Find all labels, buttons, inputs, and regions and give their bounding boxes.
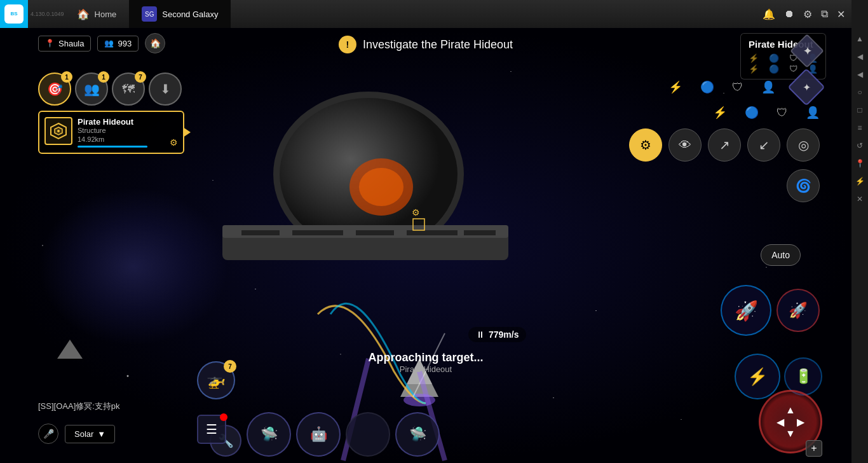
- eye-action-button[interactable]: 👁: [668, 128, 702, 162]
- location-badge[interactable]: 📍 Shaula: [38, 36, 91, 52]
- bottom-action-3[interactable]: [346, 412, 390, 457]
- home-button[interactable]: 🏠: [145, 33, 165, 53]
- sidebar-icon-2[interactable]: ◀: [857, 50, 863, 64]
- right-icon-row-2: ⚡ 🔵 🛡 👤: [713, 106, 820, 120]
- svg-point-19: [57, 130, 60, 132]
- qa-crew-badge: 1: [98, 71, 109, 83]
- location-icon: 📍: [45, 39, 55, 48]
- main-menu-button[interactable]: ☰: [197, 415, 226, 444]
- target-arrow: [183, 127, 191, 137]
- chat-message: [SS][OAA]修冥:支持pk: [38, 401, 120, 412]
- diamond-nav-icon[interactable]: ✦: [787, 68, 825, 106]
- shield-icon: 🛡: [732, 81, 743, 94]
- notification-icon[interactable]: 🔔: [763, 8, 775, 20]
- expand-action-button[interactable]: ↗: [708, 128, 741, 162]
- settings-action-button[interactable]: ⚙: [629, 128, 662, 162]
- menu-button-area: ☰: [197, 415, 226, 444]
- diamond-control-icon[interactable]: ✦: [790, 34, 824, 68]
- window-resize-icon[interactable]: ⧉: [821, 8, 828, 20]
- tab-home[interactable]: 🏠 Home: [64, 0, 130, 28]
- target-settings-icon[interactable]: ⚙: [170, 137, 178, 148]
- menu-icon: ☰: [206, 422, 217, 437]
- radar-button[interactable]: 🌀: [787, 169, 820, 202]
- bottom-action-1[interactable]: 🛸: [247, 412, 291, 457]
- sidebar-icon-7[interactable]: ↺: [857, 139, 863, 153]
- settings-icon[interactable]: ⚙: [803, 8, 812, 20]
- panel-icon-6: 🔵: [769, 64, 779, 74]
- home-tab-icon: 🏠: [77, 8, 90, 20]
- sidebar-icon-6[interactable]: ≡: [857, 121, 862, 135]
- compress-action-button[interactable]: ↙: [747, 128, 780, 162]
- qa-target-button[interactable]: 🎯 1: [38, 73, 71, 106]
- chat-area: [SS][OAA]修冥:支持pk: [38, 401, 120, 412]
- ship-slot-1[interactable]: 🚀: [721, 285, 771, 336]
- menu-notification-dot: [220, 413, 227, 421]
- drone-icon: 🚁: [207, 371, 226, 389]
- microphone-button[interactable]: 🎤: [38, 424, 58, 444]
- drone-button[interactable]: 🚁 7: [197, 361, 235, 399]
- arrow-right: ▶: [797, 416, 804, 428]
- weapon-1-icon: ⚡: [747, 367, 768, 387]
- record-icon[interactable]: ⏺: [784, 8, 794, 20]
- bluetooth-icon-2: 🔵: [745, 106, 759, 120]
- radar-icon[interactable]: 🌀: [787, 169, 820, 202]
- top-hud: 📍 Shaula 👥 993 🏠: [38, 33, 165, 53]
- target-action-button[interactable]: ◎: [787, 128, 820, 162]
- panel-icon-2: 🔵: [769, 53, 779, 63]
- tab-home-label: Home: [95, 10, 117, 19]
- ship-slots-row: 🚀 🚀: [721, 285, 820, 336]
- bottom-action-bar: 🔧 🛸 🤖 🛸: [210, 412, 440, 457]
- titlebar: BS 4.130.0.1049 🏠 Home SG Second Galaxy …: [0, 0, 851, 28]
- sidebar-icon-5[interactable]: □: [857, 103, 862, 117]
- mission-text: Investigate the Pirate Hideout: [363, 38, 513, 52]
- target-info: Pirate Hideout Structure 14.92km: [78, 117, 165, 148]
- bottom-left-controls: 🎤 Solar ▼: [38, 424, 115, 444]
- bluestacks-logo: BS: [0, 0, 28, 28]
- arrow-up: ▲: [785, 404, 796, 416]
- target-card[interactable]: Pirate Hideout Structure 14.92km ⚙: [38, 111, 184, 154]
- panel-icon-5: ⚡: [749, 64, 759, 74]
- game-area[interactable]: ⚙ 📍 Shaula 👥 993 🏠 ! Investigate the Pir…: [0, 28, 851, 463]
- bottom-action-4[interactable]: 🛸: [395, 412, 440, 457]
- menu-icon: ⬇: [160, 81, 171, 97]
- qa-menu-button[interactable]: ⬇: [149, 73, 182, 106]
- tab-second-galaxy[interactable]: SG Second Galaxy: [129, 0, 231, 28]
- right-control-buttons: ⚙ 👁 ↗ ↙ ◎: [629, 128, 820, 162]
- sidebar-icon-8[interactable]: 📍: [855, 156, 865, 170]
- plus-button[interactable]: +: [806, 440, 822, 457]
- top-right-target-panel: Pirate Hideout ⚡ 🔵 🛡 👤 ⚡ 🔵 🛡 👤 ✦: [740, 33, 826, 79]
- players-count: 993: [118, 39, 132, 48]
- speed-indicator: ⏸ 779m/s: [468, 327, 526, 342]
- crew-icon: 👥: [84, 81, 100, 97]
- approaching-main-text: Approaching target...: [368, 351, 483, 364]
- auto-label: Auto: [771, 250, 790, 260]
- quick-action-buttons: 🎯 1 👥 1 🗺 7 ⬇: [38, 73, 182, 106]
- sidebar-icon-4[interactable]: ○: [857, 85, 862, 99]
- panel-icon-1: ⚡: [749, 53, 759, 63]
- nebula-effect: [38, 187, 229, 346]
- ship-slot-2[interactable]: 🚀: [776, 289, 820, 332]
- drone-button-area: 🚁 7: [197, 361, 235, 399]
- tab-game-label: Second Galaxy: [162, 10, 218, 19]
- close-icon[interactable]: ✕: [837, 8, 845, 20]
- map-icon: 🗺: [122, 82, 135, 97]
- sidebar-icon-9[interactable]: ⚡: [855, 174, 865, 188]
- location-name: Shaula: [58, 39, 84, 48]
- approaching-text: Approaching target... Pirate Hideout: [368, 351, 483, 374]
- bottom-action-2[interactable]: 🤖: [296, 412, 341, 457]
- sidebar-icon-3[interactable]: ◀: [857, 67, 863, 81]
- solar-button[interactable]: Solar ▼: [65, 425, 115, 443]
- panel-icon-7: 🛡: [789, 64, 797, 74]
- person-icon: 👤: [761, 80, 775, 94]
- sidebar-icon-1[interactable]: ▲: [856, 32, 864, 46]
- mission-alert-icon: !: [339, 36, 356, 53]
- qa-map-badge: 7: [135, 71, 146, 83]
- auto-button[interactable]: Auto: [761, 244, 801, 266]
- qa-map-button[interactable]: 🗺 7: [112, 73, 145, 106]
- titlebar-right-controls: 🔔 ⏺ ⚙ ⧉ ✕: [763, 8, 851, 20]
- qa-crew-button[interactable]: 👥 1: [75, 73, 108, 106]
- action-1-icon: 🛸: [261, 426, 278, 443]
- sidebar-icon-10[interactable]: ✕: [857, 192, 863, 206]
- pause-button[interactable]: ⏸: [476, 329, 485, 340]
- solar-label: Solar: [74, 429, 93, 439]
